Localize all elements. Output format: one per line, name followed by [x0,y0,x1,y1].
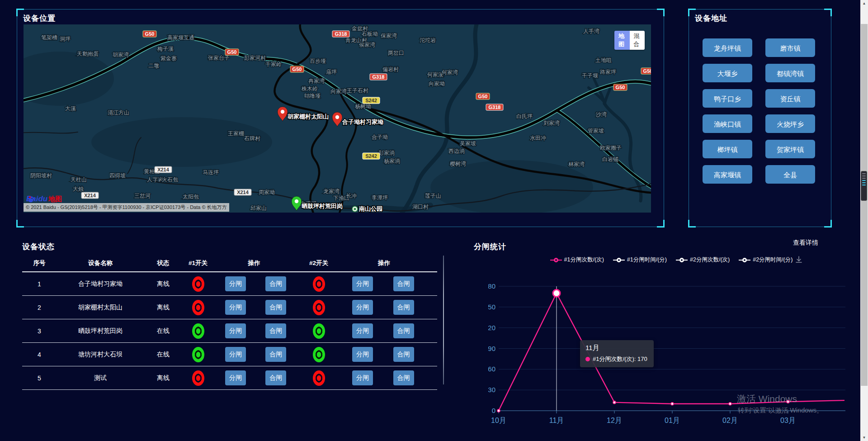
switch2-open-button[interactable]: 分闸 [352,276,373,291]
legend-marker [676,258,688,262]
map-place-label: 天柱山 [71,176,87,183]
corner-decoration [16,220,24,228]
scroll-up-arrow[interactable]: ▲ [860,0,868,7]
address-button-11[interactable]: 高家堰镇 [703,165,752,184]
scroll-down-arrow[interactable]: ▼ [860,434,868,441]
y-axis-label: 60 [488,365,495,373]
baidu-map[interactable]: 笔架槽洞坪天鹅抱蛋胡家湾梅子溪紫金寨二墩高家堰互通张家台子彭家河村千家岭百步垭庙… [24,24,651,213]
map-place-label: 龙家湾 [323,188,340,194]
scrollbar-thumb[interactable] [861,24,868,386]
switch1-close-button[interactable]: 合闸 [265,300,286,315]
switch2-close-button[interactable]: 合闸 [393,347,414,362]
address-button-12[interactable]: 全县 [765,165,815,184]
address-button-10[interactable]: 贺家坪镇 [765,140,815,158]
map-place-label: 湖口村 [412,204,429,210]
y-axis-label: 0 [492,407,495,414]
switch-off-led [192,370,204,386]
address-button-6[interactable]: 资丘镇 [765,89,815,108]
address-button-8[interactable]: 火烧坪乡 [765,114,815,133]
map-place-label: 长冲 [346,193,357,199]
table-header-cell: 序号 [22,259,57,267]
device-status: 离线 [144,280,182,288]
switch2-open-button[interactable]: 分闸 [352,300,373,315]
page-scrollbar[interactable]: ▲ ▼ [860,0,868,441]
corner-decoration [688,220,696,228]
legend-item-3[interactable]: #2分闸次数/(次) [676,256,730,264]
map-type-map-button[interactable]: 地图 [614,31,630,50]
switch2-open-button[interactable]: 分闸 [352,323,373,338]
switch2-open-button[interactable]: 分闸 [352,370,373,385]
map-device-label: 合子坳村习家坳 [342,119,383,125]
address-button-4[interactable]: 都镇湾镇 [765,64,815,82]
switch1-open-button[interactable]: 分闸 [225,323,246,338]
legend-item-1[interactable]: #1分闸次数/(次) [550,256,604,264]
legend-item-2[interactable]: #1分闸时间/(分) [613,256,667,264]
table-row: 1合子坳村习家坳离线分闸合闸分闸合闸 [22,272,437,296]
action-cell: 合闸 [257,300,294,315]
map-place-label: 天鹅抱蛋 [77,51,99,57]
section-divider [443,256,444,384]
switch-on-led [313,347,325,362]
park-icon [352,206,358,212]
address-button-1[interactable]: 龙舟坪镇 [703,38,752,57]
map-place-label: 人字岩 [147,176,163,183]
switch-led-cell [182,347,214,362]
address-button-7[interactable]: 渔峡口镇 [703,114,752,133]
map-place-label: 马连坪 [203,169,219,175]
switch-led-cell [294,300,343,315]
switch1-open-button[interactable]: 分闸 [225,276,246,291]
y-axis-label: 30 [488,386,495,394]
device-status-title: 设备状态 [22,242,55,252]
legend-item-4[interactable]: #2分闸时间/(分) [739,256,793,264]
switch-off-led [192,276,204,292]
switch1-open-button[interactable]: 分闸 [225,347,246,362]
device-address-title: 设备地址 [695,13,727,24]
y-axis-label: 90 [488,345,495,352]
switch2-close-button[interactable]: 合闸 [393,370,414,385]
svg-text:X214: X214 [84,193,96,198]
switch-on-led [192,323,204,339]
switch1-close-button[interactable]: 合闸 [265,347,286,362]
chart-legend: #1分闸次数/(次)#1分闸时间/(分)#2分闸次数/(次)#2分闸时间/(分) [488,256,854,264]
action-cell: 分闸 [214,323,257,338]
switch-led-cell [294,276,343,292]
action-cell: 分闸 [343,300,382,315]
road-shield: S242 [363,97,380,104]
switch2-open-button[interactable]: 分闸 [352,347,373,362]
road-shield: X214 [234,189,251,195]
action-cell: 分闸 [343,347,382,362]
device-status-table: 序号设备名称状态#1开关操作#2开关操作1合子坳村习家坳离线分闸合闸分闸合闸2胡… [22,255,437,390]
action-cell: 分闸 [343,370,382,385]
address-button-9[interactable]: 榔坪镇 [703,140,752,158]
svg-text:X214: X214 [157,167,170,172]
table-row: 5测试离线分闸合闸分闸合闸 [22,366,437,390]
action-cell: 合闸 [257,276,294,291]
address-button-3[interactable]: 大堰乡 [703,64,752,82]
switch1-open-button[interactable]: 分闸 [225,300,246,315]
switch2-close-button[interactable]: 合闸 [393,276,414,291]
map-type-hybrid-button[interactable]: 混合 [630,31,645,50]
switch1-close-button[interactable]: 合闸 [265,323,286,338]
switch2-close-button[interactable]: 合闸 [393,323,414,338]
action-cell: 分闸 [214,347,257,362]
switch-led-cell [294,370,343,386]
action-cell: 合闸 [382,370,425,385]
map-place-label: 合子坳 [372,134,388,140]
switch1-close-button[interactable]: 合闸 [265,370,286,385]
action-cell: 合闸 [382,323,425,338]
switch1-close-button[interactable]: 合闸 [265,276,286,291]
table-header-cell: #1开关 [182,259,214,267]
view-details-link[interactable]: 查看详情 [793,239,818,247]
map-place-label: 冉家湾 [308,78,325,84]
address-button-5[interactable]: 鸭子口乡 [703,89,752,108]
map-place-label: 白氏坪 [516,113,533,119]
action-cell: 合闸 [257,370,294,385]
map-place-label: 西边淌 [448,148,465,154]
dashboard: 设备位置 [0,0,868,441]
address-button-2[interactable]: 磨市镇 [765,38,815,57]
map-place-label: 紫金寨 [160,55,177,62]
road-shield: X214 [81,192,99,199]
switch1-open-button[interactable]: 分闸 [225,370,246,385]
device-name: 测试 [57,374,144,382]
switch2-close-button[interactable]: 合闸 [393,300,414,315]
